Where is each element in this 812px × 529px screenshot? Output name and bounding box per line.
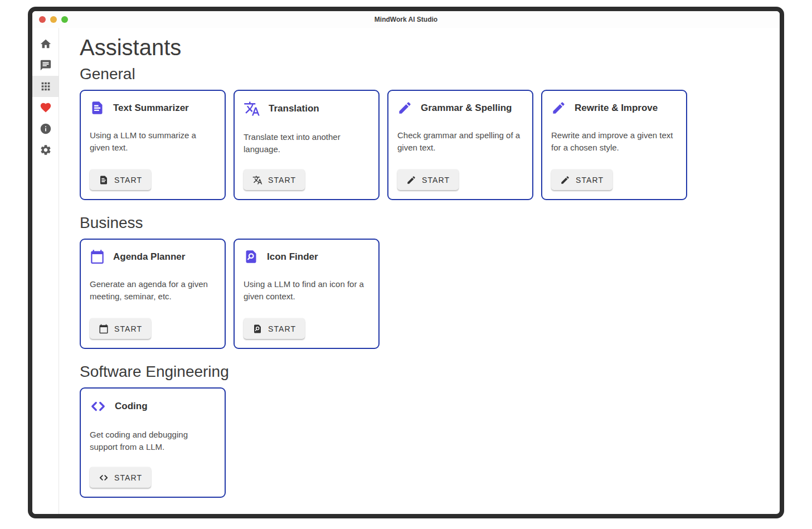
start-button-coding[interactable]: START bbox=[90, 467, 151, 488]
sidebar-item-assistants[interactable] bbox=[32, 76, 59, 97]
card-coding: Coding Get coding and debugging support … bbox=[80, 387, 226, 498]
translate-icon bbox=[252, 175, 262, 185]
card-title: Rewrite & Improve bbox=[575, 103, 658, 114]
main-content: Assistants General Text Summarizer Using… bbox=[59, 28, 780, 514]
start-button-label: START bbox=[576, 176, 604, 185]
cards-row-software-engineering: Coding Get coding and debugging support … bbox=[80, 387, 766, 498]
sidebar-item-about[interactable] bbox=[32, 118, 59, 139]
pencil-icon bbox=[406, 175, 416, 185]
pencil-icon bbox=[551, 100, 566, 115]
card-description: Generate an agenda for a given meeting, … bbox=[90, 278, 216, 303]
start-button-label: START bbox=[114, 473, 142, 482]
card-title: Translation bbox=[269, 103, 319, 114]
card-header: Agenda Planner bbox=[90, 249, 216, 264]
cards-row-business: Agenda Planner Generate an agenda for a … bbox=[80, 239, 766, 349]
code-icon bbox=[99, 473, 109, 483]
chat-icon bbox=[40, 59, 52, 71]
titlebar: MindWork AI Studio bbox=[32, 11, 780, 28]
card-icon-finder: Icon Finder Using a LLM to find an icon … bbox=[234, 239, 380, 349]
pencil-icon bbox=[397, 100, 412, 115]
app-window: MindWork AI Studio Assistants bbox=[28, 7, 784, 518]
start-button-label: START bbox=[268, 176, 296, 185]
card-description: Rewrite and improve a given text for a c… bbox=[551, 129, 677, 154]
card-title: Coding bbox=[115, 401, 148, 412]
sidebar-item-home[interactable] bbox=[32, 33, 59, 55]
cards-row-general: Text Summarizer Using a LLM to summarize… bbox=[80, 90, 766, 200]
calendar-icon bbox=[99, 324, 109, 334]
apps-grid-icon bbox=[40, 80, 52, 93]
traffic-lights bbox=[32, 16, 68, 23]
icon-search-icon bbox=[244, 249, 259, 264]
page-title: Assistants bbox=[80, 35, 766, 61]
card-description: Check grammar and spelling of a given te… bbox=[397, 129, 523, 154]
section-title-software-engineering: Software Engineering bbox=[80, 362, 766, 381]
card-grammar-spelling: Grammar & Spelling Check grammar and spe… bbox=[387, 90, 533, 200]
sidebar-item-settings[interactable] bbox=[32, 139, 59, 161]
card-agenda-planner: Agenda Planner Generate an agenda for a … bbox=[80, 239, 226, 349]
card-title: Text Summarizer bbox=[113, 103, 189, 114]
gear-icon bbox=[40, 144, 52, 156]
card-description: Using a LLM to find an icon for a given … bbox=[244, 278, 369, 303]
card-header: Translation bbox=[244, 100, 369, 117]
card-text-summarizer: Text Summarizer Using a LLM to summarize… bbox=[80, 90, 226, 200]
start-button-icon-finder[interactable]: START bbox=[244, 318, 305, 339]
card-header: Icon Finder bbox=[244, 249, 369, 264]
sidebar-item-chat[interactable] bbox=[32, 55, 59, 76]
section-title-general: General bbox=[80, 65, 766, 83]
summarize-icon bbox=[99, 175, 109, 185]
start-button-label: START bbox=[422, 176, 450, 185]
start-button-label: START bbox=[268, 324, 296, 333]
card-translation: Translation Translate text into another … bbox=[234, 90, 380, 200]
sidebar bbox=[32, 28, 59, 514]
start-button-label: START bbox=[114, 176, 142, 185]
card-header: Coding bbox=[90, 398, 216, 415]
card-title: Icon Finder bbox=[267, 251, 318, 263]
pencil-icon bbox=[560, 175, 570, 185]
start-button-rewrite-improve[interactable]: START bbox=[551, 169, 612, 190]
start-button-grammar-spelling[interactable]: START bbox=[397, 169, 459, 190]
minimize-window-button[interactable] bbox=[50, 16, 57, 23]
card-rewrite-improve: Rewrite & Improve Rewrite and improve a … bbox=[541, 90, 687, 200]
start-button-agenda-planner[interactable]: START bbox=[90, 318, 151, 339]
card-description: Using a LLM to summarize a given text. bbox=[90, 129, 216, 154]
home-icon bbox=[40, 38, 52, 50]
app-body: Assistants General Text Summarizer Using… bbox=[32, 28, 780, 514]
icon-search-icon bbox=[252, 324, 262, 334]
start-button-translation[interactable]: START bbox=[244, 169, 305, 190]
close-window-button[interactable] bbox=[39, 16, 46, 23]
card-header: Grammar & Spelling bbox=[397, 100, 523, 115]
start-button-label: START bbox=[114, 324, 142, 333]
zoom-window-button[interactable] bbox=[61, 16, 68, 23]
window-title: MindWork AI Studio bbox=[32, 16, 780, 23]
code-icon bbox=[90, 398, 106, 415]
summarize-icon bbox=[90, 100, 105, 115]
card-header: Text Summarizer bbox=[90, 100, 216, 115]
card-description: Get coding and debugging support from a … bbox=[90, 429, 216, 453]
card-title: Grammar & Spelling bbox=[421, 103, 512, 114]
section-title-business: Business bbox=[80, 213, 766, 232]
start-button-text-summarizer[interactable]: START bbox=[90, 169, 151, 190]
card-title: Agenda Planner bbox=[113, 251, 185, 263]
card-header: Rewrite & Improve bbox=[551, 100, 677, 115]
translate-icon bbox=[244, 100, 260, 117]
heart-icon bbox=[40, 101, 52, 114]
sidebar-item-favorites[interactable] bbox=[32, 97, 59, 118]
calendar-icon bbox=[90, 249, 105, 264]
card-description: Translate text into another language. bbox=[244, 131, 369, 156]
info-icon bbox=[40, 123, 52, 135]
